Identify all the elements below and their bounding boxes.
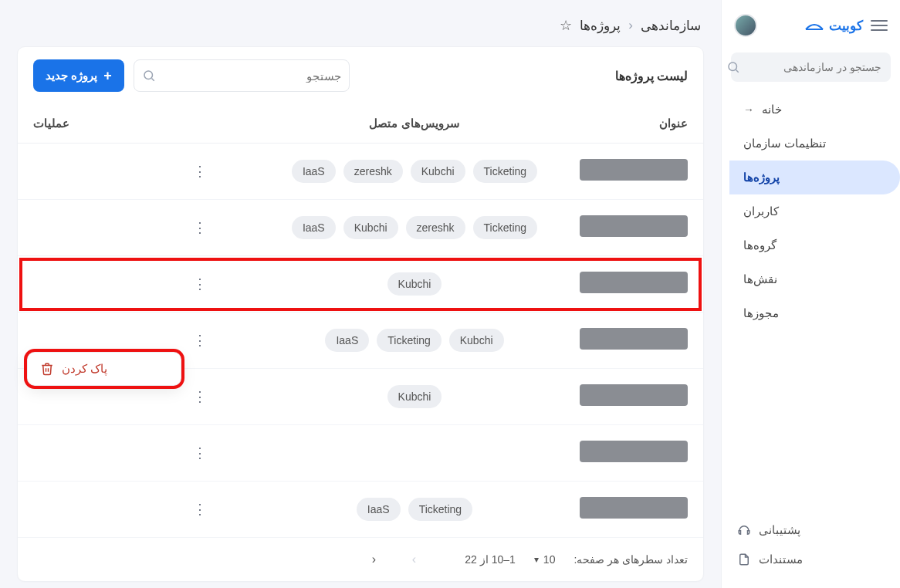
row-actions-button[interactable]: ⋮ [189, 498, 211, 520]
service-chip: IaaS [325, 329, 369, 352]
delete-action[interactable]: پاک کردن [28, 353, 181, 385]
breadcrumb: سازماندهی ‹ پروژه‌ها ☆ [0, 0, 721, 34]
col-title: عنوان [618, 117, 688, 130]
breadcrumb-org[interactable]: سازماندهی [641, 18, 701, 34]
service-chip: Ticketing [377, 329, 442, 352]
brand-logo-icon [804, 19, 824, 32]
search-input[interactable] [156, 69, 341, 83]
service-chip: Kubchi [411, 160, 465, 183]
chevron-down-icon: ▾ [534, 554, 539, 565]
svg-point-0 [144, 71, 153, 79]
document-icon [736, 553, 751, 566]
svg-line-1 [151, 78, 154, 80]
nav-permissions[interactable]: مجوزها [729, 296, 900, 330]
nav-home[interactable]: خانه → [729, 93, 900, 127]
sidebar-search-input[interactable] [746, 61, 881, 73]
table-row[interactable]: ⋮ [18, 425, 703, 482]
pagination: تعداد سطرهای هر صفحه: 10 ▾ 1–10 از 22 › … [18, 538, 703, 581]
col-services: سرویس‌های متصل [211, 117, 618, 130]
next-page-button[interactable]: ‹ [363, 549, 384, 570]
support-link[interactable]: پشتیبانی [722, 515, 900, 545]
service-chip: Ticketing [408, 498, 473, 521]
breadcrumb-page: پروژه‌ها [580, 18, 621, 34]
menu-icon[interactable] [871, 20, 888, 31]
nav-org-settings[interactable]: تنظیمات سازمان [729, 127, 900, 161]
service-chip: zereshk [343, 160, 403, 183]
service-chip: Ticketing [473, 216, 538, 239]
trash-icon [40, 362, 54, 376]
svg-point-2 [729, 63, 737, 71]
chevron-left-icon: ‹ [628, 18, 633, 33]
row-actions-button[interactable]: ⋮ [189, 217, 211, 238]
service-chip: Kubchi [387, 385, 442, 408]
nav-groups[interactable]: گروه‌ها [729, 228, 900, 262]
svg-line-3 [736, 69, 738, 72]
search-input-wrap[interactable] [134, 59, 350, 92]
rows-per-page-label: تعداد سطرهای هر صفحه: [573, 553, 688, 566]
avatar[interactable] [734, 14, 757, 37]
row-actions-button[interactable]: ⋮ [189, 161, 211, 182]
row-actions-button[interactable]: ⋮ [189, 329, 211, 351]
table-row[interactable]: Kubchi⋮ [18, 256, 703, 313]
service-chip: Kubchi [343, 216, 398, 239]
table-row[interactable]: IaaSKubchizereshkTicketing⋮ [18, 200, 703, 256]
service-chip: Kubchi [387, 272, 442, 296]
star-icon[interactable]: ☆ [560, 17, 572, 34]
project-title-redacted [580, 441, 688, 462]
nav-projects[interactable]: پروژه‌ها [729, 161, 900, 194]
headset-icon [736, 523, 751, 537]
page-range: 1–10 از 22 [465, 553, 516, 566]
rows-per-page-select[interactable]: 10 ▾ [534, 553, 556, 566]
arrow-left-icon: → [743, 103, 754, 116]
service-chip: Ticketing [473, 160, 538, 183]
service-chip: zereshk [406, 216, 465, 239]
row-actions-button[interactable]: ⋮ [189, 442, 211, 464]
sidebar: کوبیت خانه → تنظیمات سازمان پروژه‌ها کار… [721, 0, 900, 588]
row-actions-button[interactable]: ⋮ [189, 273, 211, 295]
col-ops: عملیات [33, 117, 211, 130]
prev-page-button[interactable]: › [403, 549, 425, 570]
search-icon [726, 60, 740, 74]
table-row[interactable]: IaaSzereshkKubchiTicketing⋮ [18, 144, 703, 200]
service-chip: IaaS [357, 498, 401, 521]
nav-roles[interactable]: نقش‌ها [729, 262, 900, 296]
search-icon [142, 69, 156, 83]
new-project-button[interactable]: + پروژه جدید [33, 59, 124, 92]
sidebar-search[interactable] [731, 52, 891, 82]
panel-title: لیست پروژه‌ها [359, 69, 688, 83]
row-actions-button[interactable]: ⋮ [189, 386, 211, 407]
service-chip: IaaS [292, 160, 336, 183]
projects-panel: لیست پروژه‌ها + پروژه جدید عنوان سرویس‌ه… [17, 46, 704, 582]
nav-users[interactable]: کاربران [729, 194, 900, 228]
plus-icon: + [103, 68, 112, 84]
table-row[interactable]: IaaSTicketing⋮ [18, 482, 703, 538]
row-context-menu: پاک کردن [27, 352, 181, 386]
brand[interactable]: کوبیت [765, 18, 863, 34]
projects-table: عنوان سرویس‌های متصل عملیات IaaSzereshkK… [18, 104, 703, 538]
docs-link[interactable]: مستندات [722, 545, 900, 574]
service-chip: Kubchi [449, 329, 504, 352]
service-chip: IaaS [292, 216, 336, 239]
